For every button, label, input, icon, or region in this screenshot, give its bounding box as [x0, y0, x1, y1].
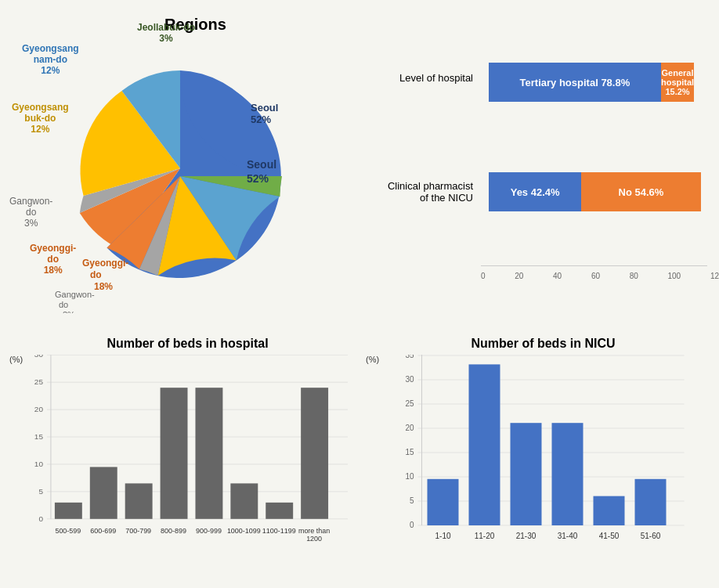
svg-text:do: do — [59, 300, 68, 309]
svg-text:25: 25 — [405, 399, 414, 408]
svg-text:5: 5 — [38, 487, 43, 496]
svg-rect-29 — [161, 388, 188, 519]
svg-text:500-599: 500-599 — [55, 527, 81, 535]
svg-rect-31 — [195, 388, 222, 519]
nicu-beds-chart: 0 5 10 15 20 25 30 35 1-10 — [375, 355, 711, 550]
svg-text:18%: 18% — [94, 281, 113, 292]
svg-text:Gangwon-: Gangwon- — [55, 290, 95, 299]
svg-rect-57 — [428, 479, 459, 525]
svg-text:41-50: 41-50 — [599, 532, 620, 540]
svg-text:do: do — [90, 269, 102, 280]
svg-text:35: 35 — [405, 355, 414, 359]
svg-rect-23 — [55, 503, 82, 519]
svg-text:52%: 52% — [247, 172, 269, 185]
svg-text:1-10: 1-10 — [435, 532, 450, 540]
svg-text:30: 30 — [34, 355, 44, 359]
svg-text:Seoul: Seoul — [247, 158, 276, 171]
svg-rect-27 — [125, 483, 153, 518]
svg-rect-33 — [230, 483, 258, 518]
hospital-beds-title: Number of beds in hospital — [23, 337, 352, 351]
svg-text:900-999: 900-999 — [196, 527, 222, 535]
svg-text:1200: 1200 — [306, 535, 322, 543]
svg-text:800-899: 800-899 — [161, 527, 186, 535]
x-axis-labels: 0 20 40 60 80 100 12 — [481, 272, 719, 280]
svg-text:1100-1199: 1100-1199 — [262, 527, 296, 535]
svg-rect-67 — [635, 479, 667, 525]
svg-text:51-60: 51-60 — [641, 532, 661, 540]
pie-chart-main: Seoul 52% Gyeonggi- do 18% Gangwon- do 3… — [51, 23, 309, 313]
svg-rect-37 — [301, 388, 328, 519]
svg-text:5: 5 — [410, 496, 414, 505]
pie-label-gyeongsang-nam: Gyeongsangnam-do12% — [22, 43, 79, 76]
svg-text:1000-1099: 1000-1099 — [227, 527, 261, 535]
pie-chart-section: Regions — [0, 0, 360, 329]
pie-label-gangwon: Gangwon-do3% — [9, 196, 52, 229]
svg-text:20: 20 — [34, 405, 44, 413]
pie-label-jeollabuk: Jeollabuk-do3% — [137, 22, 195, 44]
clinical-pharmacist-label: Clinical pharmacistof the NICU — [367, 180, 481, 204]
general-bar-text: Generalhospital 15.2% — [661, 68, 694, 96]
level-hospital-label: Level of hospital — [367, 72, 481, 84]
svg-text:20: 20 — [405, 424, 414, 432]
svg-text:Gyeonggi-: Gyeonggi- — [82, 258, 128, 269]
level-hospital-bars: Tertiary hospital 78.8% Generalhospital … — [489, 63, 707, 102]
svg-text:700-799: 700-799 — [125, 527, 151, 535]
svg-text:10: 10 — [34, 460, 44, 468]
svg-text:31-40: 31-40 — [558, 532, 578, 540]
svg-text:more than: more than — [298, 527, 330, 535]
nicu-beds-title: Number of beds in NICU — [375, 337, 711, 351]
svg-text:0: 0 — [410, 521, 414, 529]
svg-text:10: 10 — [405, 472, 414, 481]
hospital-beds-ylabel: (%) — [9, 355, 23, 364]
horizontal-bar-section: Level of hospital Tertiary hospital 78.8… — [360, 0, 719, 329]
svg-text:3%: 3% — [63, 310, 75, 313]
svg-rect-59 — [469, 364, 500, 525]
svg-text:30: 30 — [405, 375, 414, 384]
tertiary-bar: Tertiary hospital 78.8% — [489, 63, 661, 102]
clinical-pharmacist-bars: Yes 42.4% No 54.6% — [489, 172, 707, 211]
svg-text:0: 0 — [38, 514, 43, 523]
svg-rect-65 — [594, 496, 625, 525]
svg-rect-25 — [90, 467, 117, 518]
yes-bar: Yes 42.4% — [489, 172, 581, 211]
hospital-beds-section: Number of beds in hospital (%) 0 5 10 15… — [0, 329, 360, 587]
svg-text:25: 25 — [34, 377, 44, 386]
svg-rect-61 — [511, 423, 542, 525]
svg-text:15: 15 — [405, 448, 414, 456]
pie-label-gyeongsang-buk: Gyeongsangbuk-do12% — [12, 102, 69, 135]
x-axis-line — [481, 265, 707, 266]
svg-text:21-30: 21-30 — [516, 532, 537, 540]
svg-rect-63 — [552, 423, 584, 525]
svg-text:15: 15 — [34, 432, 44, 441]
svg-rect-35 — [266, 503, 293, 519]
svg-text:600-699: 600-699 — [90, 527, 116, 535]
nicu-beds-ylabel: (%) — [366, 355, 379, 364]
pie-label-seoul: Seoul52% — [251, 102, 278, 125]
svg-text:11-20: 11-20 — [475, 532, 495, 540]
pie-label-gyeonggi: Gyeonggi-do18% — [30, 243, 76, 276]
nicu-beds-section: Number of beds in NICU (%) 0 5 10 15 20 … — [360, 329, 719, 587]
general-bar: Generalhospital 15.2% — [661, 63, 694, 102]
no-bar: No 54.6% — [581, 172, 700, 211]
hospital-beds-chart: 0 5 10 15 20 25 30 500-599 600-699 — [23, 355, 352, 543]
